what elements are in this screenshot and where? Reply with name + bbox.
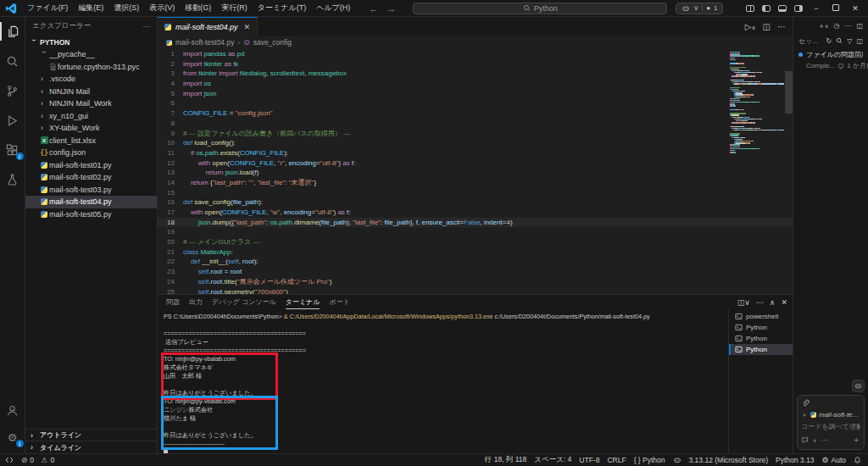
explorer-item[interactable]: mail-soft-test04.py [25, 196, 157, 208]
nav-back-icon[interactable]: ← [369, 3, 378, 14]
code-line[interactable]: 18 json.dump({"last_path": os.path.dirna… [158, 218, 793, 228]
code-line[interactable]: 12 with open(CONFIG_FILE, "r", encoding=… [158, 158, 793, 169]
explorer-item[interactable]: mail-soft-test01.py [25, 159, 157, 172]
panel-tab-ターミナル[interactable]: ターミナル [286, 295, 320, 309]
explorer-item[interactable]: Xclient_list.xlsx [25, 135, 157, 147]
code-line[interactable]: 15 [158, 188, 793, 198]
toggle-primary-sidebar-icon[interactable] [762, 5, 771, 12]
panel-tab-出力[interactable]: 出力 [189, 295, 203, 309]
status-remote[interactable] [5, 456, 14, 464]
context-chip[interactable]: ＋ mail-soft-test... [801, 410, 860, 419]
explorer-item[interactable]: mail-soft-test03.py [25, 184, 157, 197]
layout-icon[interactable]: ◫ [856, 37, 863, 45]
chat-session-item[interactable]: ファイルの問題箇所の... Comple... 1 か月前 [793, 47, 868, 73]
window-maximize-button[interactable] [830, 4, 842, 13]
menu-item-3[interactable]: 表示(V) [144, 1, 180, 15]
status-UTF-8[interactable]: UTF-8 [579, 456, 599, 464]
send-button-icon[interactable]: ＋ [852, 434, 860, 446]
terminal-instance-Python[interactable]: Python [729, 333, 793, 344]
refresh-icon[interactable]: ↻ [826, 37, 832, 45]
chevron-down-icon[interactable]: ∨ [813, 437, 816, 443]
status-bell[interactable] [854, 456, 861, 464]
status-copilot[interactable] [673, 456, 682, 464]
terminal-instance-Python[interactable]: Python [729, 344, 793, 355]
code-line[interactable]: 20# --- メインGUIクラス --- [158, 237, 793, 247]
toggle-panel-icon[interactable] [778, 5, 787, 12]
editor-more-actions-icon[interactable]: ⋯ [777, 22, 786, 31]
status-行 18, 列 118[interactable]: 行 18, 列 118 [485, 455, 526, 465]
status-3.13.12 (Microsoft Store)[interactable]: 3.13.12 (Microsoft Store) [689, 456, 769, 464]
attach-context-icon[interactable] [801, 399, 860, 408]
menu-item-0[interactable]: ファイル(F) [22, 1, 73, 15]
search-sessions-icon[interactable] [836, 37, 843, 44]
explorer-item[interactable]: ›NINJIN Mail [25, 86, 157, 98]
sidebar-section-0[interactable]: ›アウトライン [25, 430, 157, 441]
code-line[interactable]: 6 [158, 98, 793, 108]
code-line[interactable]: 11 if os.path.exists(CONFIG_FILE): [158, 148, 793, 158]
testing-view-icon[interactable] [0, 170, 25, 189]
code-line[interactable]: 22 def __init__(self, root): [158, 257, 793, 267]
source-control-view-icon[interactable] [0, 81, 25, 100]
code-line[interactable]: 25 self.root.geometry("700x600") [158, 287, 793, 295]
model-picker-icon[interactable]: ⋯ [821, 436, 827, 444]
status-error[interactable]: ⊘0 [21, 456, 34, 464]
status-warning[interactable]: ⚠0 [42, 456, 54, 464]
toggle-secondary-sidebar-icon[interactable] [794, 5, 803, 12]
explorer-item[interactable]: ›NINJIN Mail_Work [25, 97, 157, 110]
code-line[interactable]: 24 self.root.title("展示会メール作成ツール Pro") [158, 277, 793, 287]
menu-item-7[interactable]: ヘルプ(H) [311, 1, 355, 15]
terminal-instance-Python[interactable]: Python [729, 322, 793, 333]
split-editor-icon[interactable]: ◫ [763, 22, 771, 31]
toggle-split-layout-icon[interactable] [746, 5, 754, 12]
window-close-button[interactable]: ✕ [849, 4, 861, 13]
terminal-viewport[interactable]: PS C:\Users\D200404t\Documents\Python> &… [158, 309, 728, 453]
code-line[interactable]: 7CONFIG_FILE = "config.json" [158, 108, 793, 119]
new-terminal-icon[interactable]: ◫∨ [737, 298, 750, 307]
run-python-file-icon[interactable]: ▷∨ [745, 22, 756, 31]
explorer-item[interactable]: ›.vscode [25, 73, 157, 86]
code-line[interactable]: 17 with open(CONFIG_FILE, "w", encoding=… [158, 208, 793, 218]
explorer-item[interactable]: ›XY-table_Work [25, 122, 157, 135]
code-line[interactable]: 21class MailerApp: [158, 247, 793, 258]
breadcrumb-file[interactable]: mail-soft-test04.py [175, 38, 234, 47]
terminal-instance-powershell[interactable]: powershell [729, 311, 793, 322]
code-line[interactable]: 23 self.root = root [158, 267, 793, 277]
sidebar-section-1[interactable]: ›タイムライン [25, 441, 157, 453]
code-line[interactable]: 9# --- 設定ファイルの読み書き（前回パスの取得用） --- [158, 129, 793, 139]
explorer-item[interactable]: fortune.cpython-313.pyc [25, 61, 157, 74]
run-debug-view-icon[interactable] [0, 111, 25, 130]
code-line[interactable]: 10def load_config(): [158, 138, 793, 148]
explorer-view-icon[interactable] [0, 22, 25, 41]
status-CRLF[interactable]: CRLF [607, 456, 626, 464]
minimap[interactable] [730, 52, 784, 153]
panel-tab-デバッグ コンソール[interactable]: デバッグ コンソール [212, 295, 276, 309]
menu-item-2[interactable]: 選択(S) [108, 1, 144, 15]
code-line[interactable]: 8 [158, 119, 793, 129]
code-line[interactable]: 4import os [158, 79, 793, 89]
code-editor[interactable]: 1import pandas as pd2import tkinter as t… [158, 49, 793, 294]
menu-item-5[interactable]: 実行(R) [216, 1, 253, 15]
extensions-view-icon[interactable]: 2 [0, 141, 25, 159]
code-line[interactable]: 19 [158, 227, 793, 237]
code-line[interactable]: 3from tkinter import filedialog, scrolle… [158, 69, 793, 79]
tab-mail-soft-test04[interactable]: mail-soft-test04.py ✕ [158, 17, 258, 36]
open-chat-in-editor-icon[interactable]: ◫ [856, 22, 863, 30]
status-スペース: 4[interactable]: スペース: 4 [534, 455, 571, 465]
chat-input-box[interactable]: ＋ mail-soft-test... コードを調べて理解す ∨ ⋯ ＋ [797, 395, 865, 450]
copilot-float-button[interactable] [852, 380, 865, 392]
status-{ } Python[interactable]: { } Python [634, 456, 665, 464]
explorer-more-actions-icon[interactable]: ⋯ [143, 22, 151, 31]
manage-gear-icon[interactable]: ⚙ 1 [0, 428, 25, 447]
panel-tab-問題[interactable]: 問題 [166, 295, 180, 309]
accounts-icon[interactable] [0, 401, 25, 419]
nav-forward-icon[interactable]: → [387, 3, 396, 14]
panel-more-actions-icon[interactable]: ⋯ [756, 298, 764, 307]
code-line[interactable]: 13 return json.load(f) [158, 168, 793, 178]
explorer-item[interactable]: mail-soft-test05.py [25, 208, 157, 221]
explorer-item[interactable]: ›__pycache__ [25, 48, 157, 61]
explorer-item[interactable]: mail-soft-test02.py [25, 171, 157, 184]
chat-mode-icon[interactable] [801, 436, 809, 444]
tab-close-icon[interactable]: ✕ [244, 23, 251, 31]
menu-item-1[interactable]: 編集(E) [73, 1, 108, 15]
search-view-icon[interactable] [0, 52, 25, 70]
